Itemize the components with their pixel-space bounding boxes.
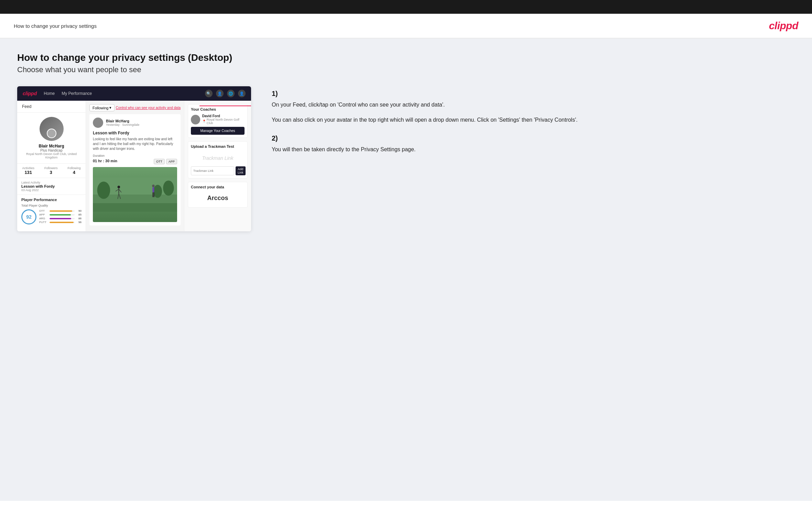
user-icon[interactable]: 👤 [216, 90, 224, 97]
app-logo: clippd [23, 91, 37, 96]
bar-arg-label: ARG [39, 217, 48, 220]
following-button[interactable]: Following ▾ [89, 104, 115, 111]
arccos-logo: Arccos [191, 192, 245, 205]
bar-putt: PUTT 96 [39, 221, 82, 224]
app-right-panel: Your Coaches David Ford 📍 Royal North De… [184, 101, 251, 231]
feed-post: Blair McHarg Yesterday · Sunningdale Les… [89, 114, 181, 225]
post-image [93, 167, 177, 222]
page-title: How to change your privacy settings (Des… [17, 52, 795, 63]
stat-activities-value: 131 [22, 170, 34, 175]
bar-ott-value: 90 [76, 209, 82, 212]
app-body: Feed Blair McHarg Plus Handicap Royal No… [17, 101, 251, 231]
stat-followers-value: 3 [44, 170, 58, 175]
nav-performance[interactable]: My Performance [62, 91, 92, 96]
user-club: Royal North Devon Golf Club, United King… [21, 152, 82, 159]
bar-arg-fill [50, 218, 71, 219]
instruction-1-text-1: On your Feed, click/tap on 'Control who … [272, 100, 795, 109]
instruction-2-text: You will then be taken directly to the P… [272, 145, 795, 154]
content-layout: clippd Home My Performance 🔍 👤 🌐 👤 Feed [17, 86, 795, 231]
quality-bars: OTT 90 APP [39, 209, 82, 224]
tag-ott: OTT [154, 159, 165, 164]
header-title: How to change your privacy settings [14, 23, 97, 29]
quality-label: Total Player Quality [21, 204, 82, 207]
svg-point-12 [152, 185, 155, 187]
app-screenshot: clippd Home My Performance 🔍 👤 🌐 👤 Feed [17, 86, 251, 231]
stat-following-label: Following [67, 166, 80, 170]
post-user-name: Blair McHarg [106, 119, 139, 123]
app-sidebar: Feed Blair McHarg Plus Handicap Royal No… [17, 101, 86, 231]
post-tags: OTT APP [154, 159, 177, 164]
user-name: Blair McHarg [21, 144, 82, 148]
svg-point-6 [118, 186, 120, 188]
stat-activities-label: Activities [22, 166, 34, 170]
bar-putt-label: PUTT [39, 221, 48, 224]
stat-followers-label: Followers [44, 166, 58, 170]
coach-avatar [191, 115, 200, 124]
globe-icon[interactable]: 🌐 [227, 90, 235, 97]
avatar-icon[interactable]: 👤 [238, 90, 246, 97]
app-nav: clippd Home My Performance 🔍 👤 🌐 👤 [17, 86, 251, 101]
user-avatar-circle [47, 129, 56, 138]
user-avatar-container [40, 117, 64, 141]
app-feed: Following ▾ Control who can see your act… [86, 101, 184, 231]
instruction-2-number: 2) [272, 134, 795, 142]
tag-app: APP [166, 159, 177, 164]
latest-activity: Latest Activity Lesson with Fordy 03 Aug… [17, 178, 86, 195]
instructions-panel: 1) On your Feed, click/tap on 'Control w… [265, 86, 795, 164]
latest-activity-date: 03 Aug 2022 [21, 188, 82, 192]
instruction-2: 2) You will then be taken directly to th… [272, 134, 795, 154]
post-duration-value: 01 hr : 30 min [93, 159, 117, 163]
stat-activities: Activities 131 [22, 166, 34, 175]
trackman-input-row: Add Link [191, 166, 245, 175]
trackman-title: Upload a Trackman Test [191, 144, 245, 148]
svg-point-3 [97, 181, 110, 199]
site-header: How to change your privacy settings clip… [0, 14, 812, 38]
stat-followers: Followers 3 [44, 166, 58, 175]
coach-club-text: Royal North Devon Golf Club [207, 118, 245, 125]
feed-tab[interactable]: Feed [17, 101, 86, 113]
user-stats: Activities 131 Followers 3 Following 4 [17, 164, 86, 178]
post-duration-row: 01 hr : 30 min OTT APP [93, 157, 177, 164]
user-handicap: Plus Handicap [21, 148, 82, 152]
trackman-placeholder: Trackman Link [191, 151, 245, 165]
bar-arg-value: 86 [76, 217, 82, 220]
coach-club: 📍 Royal North Devon Golf Club [202, 118, 245, 125]
bar-ott-label: OTT [39, 209, 48, 212]
trackman-input[interactable] [191, 166, 234, 175]
privacy-link[interactable]: Control who can see your activity and da… [116, 106, 181, 110]
chevron-down-icon: ▾ [109, 106, 111, 110]
post-description: Looking to feel like my hands are exitin… [93, 137, 177, 151]
bar-ott: OTT 90 [39, 209, 82, 212]
connect-title: Connect your data [191, 185, 245, 189]
bar-arg-track [50, 218, 75, 219]
manage-coaches-button[interactable]: Manage Your Coaches [191, 127, 245, 135]
post-duration-label: Duration [93, 154, 177, 157]
search-icon[interactable]: 🔍 [205, 90, 213, 97]
svg-rect-14 [152, 192, 153, 197]
svg-point-4 [163, 180, 174, 196]
svg-point-5 [153, 185, 162, 198]
clippd-logo: clippd [769, 20, 798, 32]
latest-activity-label: Latest Activity [21, 181, 82, 184]
top-bar [0, 0, 812, 14]
instruction-1-number: 1) [272, 90, 795, 98]
post-header: Blair McHarg Yesterday · Sunningdale [93, 118, 177, 128]
post-avatar [93, 118, 103, 128]
user-profile: Blair McHarg Plus Handicap Royal North D… [17, 113, 86, 164]
svg-rect-13 [152, 187, 154, 192]
bar-app-fill [50, 214, 71, 216]
following-label: Following [93, 106, 108, 110]
post-title: Lesson with Fordy [93, 131, 177, 135]
page-subtitle: Choose what you want people to see [17, 65, 795, 74]
connect-section: Connect your data Arccos [188, 182, 248, 208]
coaches-section: Your Coaches David Ford 📍 Royal North De… [188, 104, 248, 138]
bar-app: APP 85 [39, 213, 82, 216]
nav-home[interactable]: Home [44, 91, 55, 96]
bar-ott-fill [50, 210, 72, 212]
post-location: Yesterday · Sunningdale [106, 123, 139, 126]
svg-rect-1 [93, 203, 177, 212]
coach-info: David Ford 📍 Royal North Devon Golf Club [202, 114, 245, 125]
coaches-title: Your Coaches [191, 107, 245, 111]
player-perf-title: Player Performance [21, 198, 82, 202]
add-link-button[interactable]: Add Link [236, 166, 246, 175]
